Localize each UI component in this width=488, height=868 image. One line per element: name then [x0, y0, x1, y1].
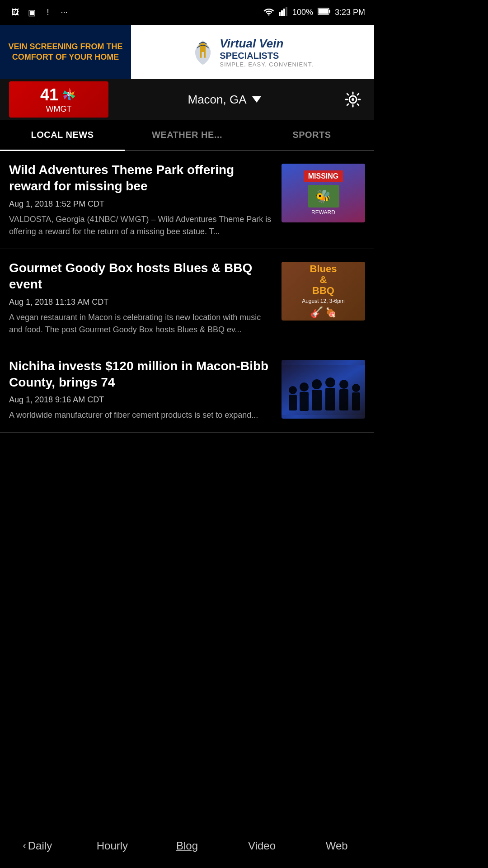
- status-bar: 🖼 ▣ ! ··· 100%: [0, 0, 374, 25]
- svg-point-22: [312, 379, 322, 389]
- ad-brand-content: Virtual Vein SPECIALISTS SIMPLE. EASY. C…: [192, 37, 314, 68]
- ad-brand-name: Virtual Vein: [220, 37, 314, 51]
- bottom-nav-blog[interactable]: Blog: [150, 835, 225, 857]
- bottom-nav-daily-label: Daily: [28, 840, 52, 852]
- news-title-1: Wild Adventures Theme Park offering rewa…: [9, 162, 274, 195]
- nbc-peacock-icon: [61, 86, 77, 104]
- signal-icon: [279, 7, 288, 18]
- location-dropdown-arrow: [252, 96, 261, 103]
- battery-text: 100%: [292, 8, 313, 17]
- ad-banner[interactable]: VEIN SCREENING FROM THE COMFORT OF YOUR …: [0, 25, 374, 79]
- bbq-date-text: August 12, 3-6pm: [302, 298, 345, 304]
- station-call: WMGT: [46, 104, 72, 114]
- svg-rect-1: [279, 12, 281, 16]
- svg-point-16: [352, 98, 354, 101]
- news-title-2: Gourmet Goody Box hosts Blues & BBQ even…: [9, 260, 274, 293]
- time-display: 3:23 PM: [335, 8, 365, 17]
- svg-point-28: [352, 384, 360, 392]
- news-item-2[interactable]: Gourmet Goody Box hosts Blues & BBQ even…: [0, 249, 374, 347]
- more-icon: ···: [58, 8, 70, 18]
- ad-logo-icon: [192, 38, 214, 66]
- back-arrow-icon: ‹: [23, 840, 26, 852]
- tab-sports[interactable]: SPORTS: [249, 120, 374, 150]
- svg-rect-7: [329, 10, 330, 13]
- news-item-1[interactable]: Wild Adventures Theme Park offering rewa…: [0, 151, 374, 249]
- tablet-icon: ▣: [25, 8, 38, 18]
- svg-rect-27: [339, 389, 348, 410]
- station-number: 41: [40, 85, 58, 104]
- tab-local-news[interactable]: LOCAL NEWS: [0, 120, 125, 150]
- status-right: 100% 3:23 PM: [263, 7, 365, 18]
- news-thumbnail-3: [282, 360, 365, 419]
- svg-rect-2: [281, 10, 283, 16]
- news-thumbnail-2: Blues&BBQ August 12, 3-6pm 🎸 🍖: [282, 262, 365, 321]
- svg-rect-4: [286, 7, 287, 16]
- svg-rect-29: [352, 392, 360, 410]
- news-content-3: Nichiha invests $120 million in Macon-Bi…: [9, 358, 282, 422]
- news-content-1: Wild Adventures Theme Park offering rewa…: [9, 162, 282, 238]
- bottom-nav-hourly-label: Hourly: [97, 840, 128, 852]
- bottom-nav: ‹ Daily Hourly Blog Video Web: [0, 823, 374, 868]
- photo-icon: 🖼: [9, 8, 22, 18]
- bottom-nav-web-label: Web: [326, 840, 348, 852]
- svg-rect-19: [289, 395, 297, 410]
- reward-text: REWARD: [311, 209, 335, 216]
- news-title-3: Nichiha invests $120 million in Macon-Bi…: [9, 358, 274, 391]
- svg-rect-6: [318, 9, 328, 14]
- location-display[interactable]: Macon, GA: [108, 93, 340, 107]
- svg-point-26: [339, 380, 348, 389]
- status-icons: 🖼 ▣ ! ···: [9, 8, 70, 18]
- app-header: 41 WMGT Macon, GA: [0, 79, 374, 120]
- bottom-nav-daily[interactable]: ‹ Daily: [0, 835, 75, 857]
- news-list: Wild Adventures Theme Park offering rewa…: [0, 151, 374, 433]
- news-summary-1: VALDOSTA, Georgia (41NBC/ WMGT) – Wild A…: [9, 213, 274, 238]
- svg-rect-3: [283, 9, 285, 16]
- news-date-3: Aug 1, 2018 9:16 AM CDT: [9, 395, 274, 405]
- ad-tagline: SIMPLE. EASY. CONVENIENT.: [220, 61, 314, 68]
- location-text: Macon, GA: [188, 93, 246, 107]
- nav-tabs: LOCAL NEWS WEATHER HE... SPORTS: [0, 120, 374, 151]
- svg-rect-23: [312, 390, 322, 410]
- ad-left-text: VEIN SCREENING FROM THE COMFORT OF YOUR …: [5, 42, 127, 63]
- news-date-2: Aug 1, 2018 11:13 AM CDT: [9, 297, 274, 307]
- tab-weather[interactable]: WEATHER HE...: [125, 120, 249, 150]
- ad-text-block: Virtual Vein SPECIALISTS SIMPLE. EASY. C…: [220, 37, 314, 68]
- bbq-title-text: Blues&BBQ: [310, 264, 337, 297]
- bottom-nav-video-label: Video: [248, 840, 276, 852]
- bottom-nav-blog-label: Blog: [176, 840, 198, 852]
- news-content-2: Gourmet Goody Box hosts Blues & BBQ even…: [9, 260, 282, 336]
- news-item-3[interactable]: Nichiha invests $120 million in Macon-Bi…: [0, 347, 374, 433]
- news-date-1: Aug 1, 2018 1:52 PM CDT: [9, 199, 274, 209]
- bottom-nav-video[interactable]: Video: [225, 835, 300, 857]
- station-logo: 41 WMGT: [9, 81, 108, 118]
- battery-icon: [318, 8, 330, 17]
- people-silhouettes: [282, 365, 365, 415]
- svg-point-20: [300, 382, 309, 392]
- svg-rect-25: [325, 388, 335, 410]
- missing-badge: MISSING: [304, 170, 343, 182]
- alert-icon: !: [42, 8, 54, 18]
- svg-point-18: [289, 386, 297, 394]
- svg-rect-21: [300, 392, 309, 411]
- ad-right-panel: Virtual Vein SPECIALISTS SIMPLE. EASY. C…: [131, 25, 374, 79]
- news-thumbnail-1: MISSING 🐝 REWARD: [282, 164, 365, 222]
- ad-left-panel: VEIN SCREENING FROM THE COMFORT OF YOUR …: [0, 25, 131, 79]
- bottom-nav-hourly[interactable]: Hourly: [75, 835, 150, 857]
- ad-brand-sub: SPECIALISTS: [220, 51, 314, 61]
- bottom-nav-web[interactable]: Web: [299, 835, 374, 857]
- svg-point-0: [268, 14, 269, 16]
- settings-button[interactable]: [340, 87, 365, 112]
- news-summary-3: A worldwide manufacturer of fiber cement…: [9, 409, 274, 421]
- svg-point-24: [325, 377, 335, 387]
- wifi-icon: [263, 7, 274, 18]
- news-summary-2: A vegan restaurant in Macon is celebrati…: [9, 311, 274, 336]
